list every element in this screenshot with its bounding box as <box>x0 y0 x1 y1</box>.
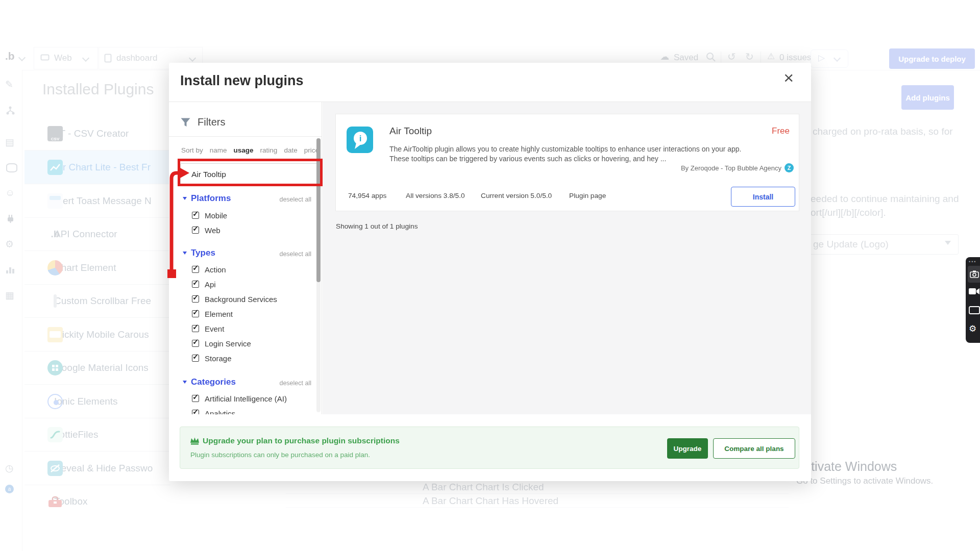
gear-icon[interactable]: ⚙ <box>969 323 976 334</box>
activate-windows-subtext: Go to Settings to activate Windows. <box>796 476 933 486</box>
filter-checkbox-row[interactable]: Action <box>192 264 226 274</box>
checkbox-checked-icon[interactable] <box>192 355 199 362</box>
plugin-list-item[interactable]: .b API Connector <box>24 217 170 251</box>
checkbox-checked-icon[interactable] <box>192 227 199 234</box>
filter-checkbox-row[interactable]: Storage <box>192 353 232 363</box>
plugin-description-line1: The AirTooltip plugin allows you to crea… <box>389 145 742 153</box>
app-selector[interactable]: Web <box>34 47 98 69</box>
search-icon[interactable] <box>706 52 716 62</box>
capture-toolbar[interactable]: ••• ⚙ <box>966 257 980 343</box>
database-icon[interactable] <box>6 163 17 172</box>
plugin-list-item[interactable]: Custom Scrollbar Free <box>24 284 170 318</box>
plugin-result-card: i Air Tooltip Free The AirTooltip plugin… <box>335 114 799 211</box>
clock-icon[interactable]: ◷ <box>5 462 14 474</box>
funnel-icon <box>180 117 191 128</box>
plug-icon[interactable] <box>6 214 15 223</box>
event-row[interactable]: A Bar Chart Chart Has Hovered <box>423 495 558 507</box>
plugin-page-link[interactable]: Plugin page <box>569 192 606 199</box>
issues-counter[interactable]: 0 issues <box>779 53 811 63</box>
logo-update-dropdown[interactable]: ge Update (Logo) <box>802 234 959 255</box>
sort-option-name[interactable]: name <box>210 146 227 154</box>
app-selector-label: Web <box>54 53 72 63</box>
sort-option-date[interactable]: date <box>284 146 297 154</box>
avatar-icon[interactable]: a <box>5 485 14 493</box>
section-categories[interactable]: Categories <box>183 377 236 387</box>
triangle-down-icon <box>183 252 187 255</box>
filter-checkbox-row[interactable]: Mobile <box>192 210 227 220</box>
undo-icon[interactable]: ↺ <box>727 51 736 63</box>
plugin-list-item[interactable]: Google Material Icons <box>24 351 170 385</box>
deselect-all-link[interactable]: deselect all <box>279 196 311 203</box>
checkbox-checked-icon[interactable] <box>192 310 199 317</box>
deselect-all-link[interactable]: deselect all <box>279 251 311 258</box>
plugin-list-item[interactable]: Ionic Elements <box>24 385 170 418</box>
camera-icon <box>970 270 979 278</box>
sort-option-rating[interactable]: rating <box>260 146 278 154</box>
filter-checkbox-row[interactable]: Login Service <box>192 338 251 348</box>
preview-button[interactable]: ▷ <box>811 49 848 68</box>
upgrade-button[interactable]: Upgrade <box>667 438 708 459</box>
current-version-rating: Current version 5.0/5.0 <box>481 192 552 199</box>
section-platforms[interactable]: Platforms <box>183 193 231 204</box>
search-input[interactable] <box>180 163 320 186</box>
bar-chart-icon[interactable] <box>6 266 15 273</box>
plugin-list-item[interactable]: Flickity Mobile Carous <box>24 318 170 352</box>
checkbox-checked-icon[interactable] <box>192 281 199 288</box>
chevron-down-icon[interactable] <box>18 54 26 61</box>
checkbox-checked-icon[interactable] <box>192 325 199 332</box>
plugin-list-item-selected[interactable]: Air Chart Lite - Best Fr <box>24 151 170 184</box>
checkbox-checked-icon[interactable] <box>192 212 199 219</box>
checkbox-checked-icon[interactable] <box>192 295 199 303</box>
table-icon[interactable]: ▦ <box>5 289 14 301</box>
pencil-icon[interactable]: ✎ <box>5 79 13 90</box>
divider <box>286 507 789 508</box>
crown-icon <box>189 436 200 445</box>
section-types[interactable]: Types <box>183 248 215 258</box>
checkbox-checked-icon[interactable] <box>192 340 199 347</box>
dialog-header: Install new plugins × <box>169 63 811 102</box>
deselect-all-link[interactable]: deselect all <box>279 380 311 387</box>
camera-button[interactable] <box>968 266 980 283</box>
checkbox-checked-icon[interactable] <box>192 410 199 414</box>
dialog-title: Install new plugins <box>180 73 304 89</box>
sort-option-usage-active[interactable]: usage <box>234 146 254 154</box>
close-icon[interactable]: × <box>783 69 794 86</box>
filter-checkbox-row[interactable]: Background Services <box>192 294 277 304</box>
install-button[interactable]: Install <box>731 187 795 207</box>
filter-checkbox-row[interactable]: Element <box>192 309 233 319</box>
pie-chart-icon <box>47 260 63 276</box>
plugin-list-item[interactable]: LottieFiles <box>24 418 170 452</box>
event-row[interactable]: A Bar Chart Chart Is Clicked <box>423 482 544 493</box>
checkbox-checked-icon[interactable] <box>192 395 199 402</box>
list-icon[interactable]: ▤ <box>5 136 14 148</box>
plugin-list-item[interactable]: CSV 1T - CSV Creator <box>24 117 170 151</box>
plugin-name: Air Tooltip <box>389 126 432 137</box>
plugin-list-item[interactable]: Toolbox <box>24 485 170 518</box>
toast-icon <box>47 193 63 209</box>
gear-icon[interactable]: ⚙ <box>5 238 14 250</box>
redo-icon[interactable]: ↻ <box>745 51 754 63</box>
add-plugins-button[interactable]: Add plugins <box>901 85 954 110</box>
price-badge: Free <box>772 126 790 136</box>
workflow-icon[interactable] <box>6 106 15 115</box>
screen-icon[interactable] <box>969 306 980 314</box>
smiley-icon[interactable]: ☺ <box>5 187 15 198</box>
filter-checkbox-row[interactable]: Web <box>192 225 220 235</box>
filter-checkbox-row[interactable]: Event <box>192 323 224 334</box>
divider <box>169 136 322 137</box>
bubble-logo-icon: .b <box>47 227 63 242</box>
filter-checkbox-row[interactable]: Artificial Intelligence (AI) <box>192 393 287 404</box>
scrollbar-thumb[interactable] <box>316 138 321 282</box>
plugin-list-item[interactable]: Reveal & Hide Passwo <box>24 452 170 485</box>
upgrade-to-deploy-button[interactable]: Upgrade to deploy <box>889 48 975 69</box>
filter-checkbox-row[interactable]: Analytics <box>192 408 235 414</box>
scrollbar-track[interactable] <box>316 138 321 412</box>
plugin-list-item[interactable]: Chart Element <box>24 251 170 285</box>
play-icon: ▷ <box>818 53 825 63</box>
video-camera-icon[interactable] <box>969 288 980 295</box>
plugin-list-item[interactable]: Alert Toast Message N <box>24 184 170 218</box>
compare-all-plans-button[interactable]: Compare all plans <box>713 438 795 459</box>
checkbox-checked-icon[interactable] <box>192 266 199 273</box>
page-selector-label: dashboard <box>116 53 157 63</box>
filter-checkbox-row[interactable]: Api <box>192 279 216 289</box>
